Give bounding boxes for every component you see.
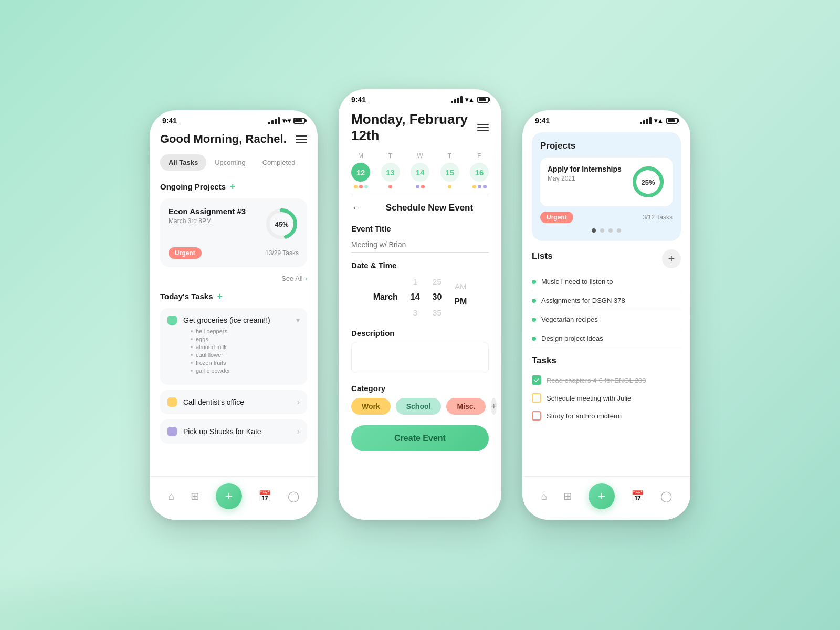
- nav-user-icon-r[interactable]: ◯: [660, 490, 672, 502]
- project-card-right[interactable]: Apply for Internships May 2021 25%: [540, 158, 673, 206]
- category-add-btn[interactable]: +: [491, 398, 497, 415]
- projects-section: Projects Apply for Internships May 2021 …: [532, 132, 681, 241]
- nav-grid-icon[interactable]: ⊞: [191, 490, 200, 502]
- nav-add-button-r[interactable]: +: [589, 483, 615, 509]
- center-phone: 9:41 ▾▲ Monday, February 12th M: [339, 89, 501, 520]
- nav-grid-icon-r[interactable]: ⊞: [563, 490, 572, 502]
- category-school-btn[interactable]: School: [396, 398, 442, 415]
- month-picker[interactable]: March: [367, 283, 404, 311]
- task-color-sbucks: [167, 427, 177, 436]
- ind-dot-2: [600, 228, 604, 233]
- urgent-badge-right: Urgent: [540, 212, 573, 223]
- task-checkbox-engl[interactable]: [532, 375, 541, 385]
- nav-home-icon[interactable]: ⌂: [168, 490, 174, 502]
- task-text-julie: Schedule meeting with Julie: [547, 394, 631, 402]
- list-text-music: Music I need to listen to: [541, 278, 681, 286]
- add-project-icon[interactable]: +: [230, 181, 236, 192]
- calendar-date-title: Monday, February 12th: [351, 111, 477, 144]
- nav-calendar-icon[interactable]: 📅: [258, 490, 271, 502]
- hamburger-menu[interactable]: [296, 135, 307, 143]
- nav-user-icon[interactable]: ◯: [288, 490, 299, 502]
- wifi-icon-c: ▾▲: [465, 96, 475, 103]
- task-arrow-sbucks: ›: [297, 427, 300, 436]
- list-item-vegetarian[interactable]: Vegetarian recipes: [532, 310, 681, 329]
- category-work-btn[interactable]: Work: [351, 398, 391, 415]
- task-checkbox-julie[interactable]: [532, 393, 541, 403]
- see-all-link[interactable]: See All ›: [160, 275, 307, 282]
- donut-label-right: 25%: [641, 178, 655, 186]
- add-task-icon[interactable]: +: [217, 291, 223, 302]
- task-arrow-dentist: ›: [297, 397, 300, 407]
- ind-dot-1: [592, 228, 596, 233]
- task-row-julie[interactable]: Schedule meeting with Julie: [532, 389, 681, 407]
- day-col-fri[interactable]: F 16: [470, 152, 489, 188]
- urgent-badge: Urgent: [169, 247, 202, 259]
- description-label: Description: [351, 329, 489, 338]
- nav-calendar-icon-r[interactable]: 📅: [631, 490, 644, 502]
- center-hamburger-menu[interactable]: [477, 124, 489, 131]
- day-col-tue[interactable]: T 13: [381, 152, 400, 188]
- lists-title: Lists: [532, 251, 553, 261]
- project-title: Econ Assignment #3: [169, 207, 246, 216]
- day-col-thu[interactable]: T 15: [440, 152, 459, 188]
- schedule-title: Schedule New Event: [370, 203, 489, 213]
- list-text-assignments: Assignments for DSGN 378: [541, 297, 681, 304]
- minute-picker[interactable]: 25 30 35: [426, 274, 448, 320]
- wifi-icon: ▾•▾: [282, 117, 291, 124]
- category-label: Category: [351, 384, 489, 393]
- description-input[interactable]: [351, 342, 489, 373]
- event-title-label: Event Title: [351, 224, 489, 233]
- day-col-wed[interactable]: W 14: [411, 152, 429, 188]
- list-item-assignments[interactable]: Assignments for DSGN 378: [532, 291, 681, 310]
- signal-icon-c: [451, 96, 463, 103]
- tasks-right-title: Tasks: [532, 355, 681, 366]
- datetime-picker: March 1 14 3 25 30 35 AM PM: [351, 274, 489, 320]
- tab-upcoming[interactable]: Upcoming: [206, 154, 254, 171]
- create-event-button[interactable]: Create Event: [351, 425, 489, 452]
- status-bar-center: 9:41 ▾▲: [339, 89, 501, 107]
- week-row: M 12 T 13 W 14: [351, 152, 489, 188]
- signal-icon-r: [640, 117, 652, 124]
- project-name-right: Apply for Internships: [548, 165, 622, 173]
- event-title-input[interactable]: [351, 237, 489, 253]
- project-card[interactable]: Econ Assignment #3 March 3rd 8PM 45% Urg…: [160, 198, 307, 267]
- nav-add-button[interactable]: +: [216, 483, 242, 509]
- tab-completed[interactable]: Completed: [254, 154, 304, 171]
- status-time-right: 9:41: [535, 117, 550, 125]
- day-num-13: 13: [381, 163, 400, 182]
- schedule-header: ← Schedule New Event: [351, 202, 489, 214]
- day-col-mon[interactable]: M 12: [351, 152, 370, 188]
- ongoing-projects-header: Ongoing Projects +: [160, 181, 307, 192]
- day-picker[interactable]: 1 14 3: [404, 274, 426, 320]
- right-phone: 9:41 ▾▲ Projects Apply for Internships M…: [522, 110, 690, 520]
- task-item-dentist[interactable]: Call dentist's office ›: [160, 390, 307, 414]
- list-item-design[interactable]: Design project ideas: [532, 329, 681, 348]
- divider: [351, 195, 489, 195]
- status-time-left: 9:41: [162, 117, 177, 125]
- greeting-row: Good Morning, Rachel.: [160, 132, 307, 146]
- task-name-groceries: Get groceries (ice cream!!): [183, 316, 270, 324]
- signal-icon: [268, 117, 280, 124]
- task-checkbox-anthro[interactable]: [532, 411, 541, 421]
- status-icons-left: ▾•▾: [268, 117, 305, 124]
- status-bar-right: 9:41 ▾▲: [522, 110, 690, 128]
- tab-all-tasks[interactable]: All Tasks: [160, 154, 206, 171]
- task-name-dentist: Call dentist's office: [183, 398, 244, 406]
- task-row-engl[interactable]: Read chapters 4-6 for ENGL 203: [532, 371, 681, 389]
- phones-container: 9:41 ▾•▾ Good Morning, Rachel. All Tasks: [150, 100, 690, 530]
- list-text-design: Design project ideas: [541, 334, 681, 342]
- day-num-15: 15: [440, 163, 459, 182]
- task-item-sbucks[interactable]: Pick up Sbucks for Kate ›: [160, 419, 307, 444]
- status-icons-center: ▾▲: [451, 96, 489, 103]
- greeting-text: Good Morning, Rachel.: [160, 132, 287, 146]
- ampm-picker[interactable]: AM PM: [448, 279, 473, 316]
- add-list-button[interactable]: +: [662, 249, 681, 268]
- project-donut-right: 25%: [631, 165, 665, 199]
- category-misc-btn[interactable]: Misc.: [446, 398, 486, 415]
- task-dropdown-icon[interactable]: ▾: [296, 316, 300, 324]
- nav-home-icon-r[interactable]: ⌂: [541, 490, 547, 502]
- task-item-groceries[interactable]: Get groceries (ice cream!!) ▾ bell peppe…: [160, 308, 307, 385]
- task-row-anthro[interactable]: Study for anthro midterm: [532, 407, 681, 425]
- back-button[interactable]: ←: [351, 202, 362, 214]
- list-item-music[interactable]: Music I need to listen to: [532, 272, 681, 291]
